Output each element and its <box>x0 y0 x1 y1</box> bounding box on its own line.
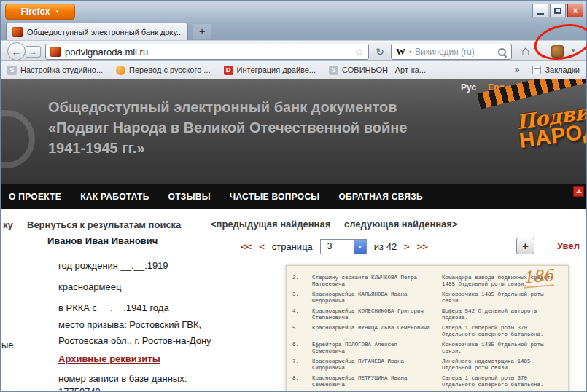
search-placeholder[interactable]: Википедия (ru) <box>415 47 494 57</box>
new-tab-button[interactable]: + <box>193 24 211 39</box>
record-number-value: 17759749 <box>58 386 101 391</box>
minimize-button[interactable] <box>532 4 548 17</box>
search-bar[interactable]: W ▼ Википедия (ru) <box>391 44 512 60</box>
scan-entry-name: Ефрейтора ПОЛОГОВА Алексея Семеновича <box>312 342 433 355</box>
scan-entry-duty: Сапера 1 саперной роты 370 Отдельного са… <box>442 325 561 338</box>
reload-button[interactable]: ↻ <box>372 44 388 59</box>
site-title-line2: «Подвиг Народа в Великой Отечественной в… <box>48 117 407 138</box>
person-name: Иванов Иван Иванович <box>47 235 158 246</box>
back-button[interactable]: ← <box>7 42 26 60</box>
chevron-down-icon: ▼ <box>357 244 362 249</box>
bookmark-item[interactable]: S Настройка студийно... <box>7 66 103 75</box>
bookmark-item[interactable]: D Интеграция драйве... <box>224 66 316 75</box>
close-button[interactable]: × <box>567 4 583 17</box>
search-icon[interactable] <box>497 47 507 57</box>
back-to-results-link[interactable]: Вернуться к результатам поиска <box>27 219 181 230</box>
bookmark-label: СОВИНЬОН - Арт-ка... <box>342 66 426 74</box>
person-rank: красноармеец <box>58 281 121 292</box>
browser-window: Firefox ▼ × Общедоступный электронный ба… <box>0 0 587 392</box>
site-nav: О ПРОЕКТЕ КАК РАБОТАТЬ ОТЗЫВЫ ЧАСТЫЕ ВОП… <box>1 184 586 209</box>
select-dropdown-button[interactable]: ▼ <box>354 240 366 254</box>
scroll-up-button[interactable] <box>573 186 584 197</box>
nav-item-faq[interactable]: ЧАСТЫЕ ВОПРОСЫ <box>230 192 320 202</box>
home-button[interactable]: ⌂ <box>518 43 534 59</box>
person-service: в РККА с __.__.1941 года <box>58 302 169 313</box>
prev-page-button[interactable]: < <box>259 241 265 252</box>
scan-entry-duty: Шофера 542 Отдельной автороты подвоза. <box>442 308 561 321</box>
person-draft-line2: Ростовская обл., г. Ростов-на-Дону <box>58 335 211 346</box>
nav-item-how-to-work[interactable]: КАК РАБОТАТЬ <box>80 192 149 202</box>
bookmark-favicon-icon <box>116 66 125 75</box>
site-title-line3: 1941-1945 гг.» <box>48 138 407 158</box>
url-bar[interactable]: podvignaroda.mil.ru ☆ <box>45 44 369 60</box>
bookmark-star-icon[interactable]: ☆ <box>354 47 364 57</box>
nav-item-about[interactable]: О ПРОЕКТЕ <box>9 192 61 202</box>
scan-entry-duty: Линейного надсмотрщика 1485 Отдельной ро… <box>442 358 561 372</box>
url-text[interactable]: podvignaroda.mil.ru <box>65 47 350 58</box>
record-number-label: номер записи в базе данных: <box>58 373 187 384</box>
next-found-link[interactable]: следующая найденная> <box>344 219 458 230</box>
scan-entry-name: Красноармейца ПУГАЧЕВА Ивана Сидоровича <box>312 358 433 372</box>
document-scan: 186 2. Старшину сержанта КЛЫЧКОВА Петра … <box>286 265 569 391</box>
pagination: << < страница 3 ▼ из 42 > >> <box>241 238 428 254</box>
bookmark-item[interactable]: Перевод с русского ... <box>116 66 210 75</box>
scan-entry-name: Красноармейца КАЛЬЯНОВА Ивана Федоровича <box>312 291 433 305</box>
scan-row: 8. Красноармейца ПЕТРУШИНА Ивана Семенов… <box>292 375 561 388</box>
forward-button[interactable]: → <box>26 46 41 58</box>
search-engine-icon[interactable]: W <box>396 46 405 58</box>
next-page-button[interactable]: > <box>404 241 410 252</box>
scan-entry-number: 8. <box>292 375 303 388</box>
firefox-menu-label: Firefox <box>21 7 50 17</box>
bookmark-label: Настройка студийно... <box>20 66 103 74</box>
person-draft-line1: место призыва: Ростовский ГВК, <box>58 319 201 330</box>
bookmark-favicon-icon: S <box>7 66 17 75</box>
last-page-button[interactable]: >> <box>417 241 428 252</box>
page-word: страница <box>272 241 313 252</box>
titlebar: Firefox ▼ × <box>1 1 586 22</box>
close-icon: × <box>572 6 578 16</box>
scan-entry-number: 7. <box>292 358 303 372</box>
scan-row: 6. Ефрейтора ПОЛОГОВА Алексея Семеновича… <box>292 342 561 355</box>
search-engine-caret-icon[interactable]: ▼ <box>408 50 412 54</box>
restore-button[interactable] <box>550 4 566 17</box>
addon-icon[interactable] <box>551 45 564 58</box>
bookmarks-menu-button[interactable]: Закладки <box>532 66 580 74</box>
urlbar-favicon-icon <box>50 47 61 57</box>
scan-entry-name: Красноармейца ПЕТРУШИНА Ивана Семеновича <box>312 375 433 388</box>
scan-row: 2. Старшину сержанта КЛЫЧКОВА Петра Матв… <box>292 275 561 288</box>
person-birth: год рождения __.__.1919 <box>58 260 168 271</box>
scan-page-number: 186 <box>522 266 554 289</box>
firefox-menu-button[interactable]: Firefox ▼ <box>5 4 75 20</box>
nav-item-feedback[interactable]: ОБРАТНАЯ СВЯЗЬ <box>338 192 423 202</box>
prev-found-link[interactable]: <предыдущая найденная <box>211 219 330 230</box>
window-controls: × <box>532 4 583 17</box>
scan-entry-duty: Коновозчика 1485 Отдельной роты связи. <box>442 291 561 305</box>
page-total: из 42 <box>374 241 397 252</box>
bookmarks-overflow-button[interactable]: » <box>515 65 520 75</box>
scan-row: 4. Красноармейца КОЛЕСНИКОВА Григория Ст… <box>292 308 561 321</box>
active-tab[interactable]: Общедоступный электронный банк доку... <box>6 23 188 40</box>
scan-entry-duty: Сапера 1 саперной роты 370 Отдельного са… <box>442 375 561 388</box>
lang-ru-link[interactable]: Рус <box>461 82 476 93</box>
first-page-button[interactable]: << <box>241 241 252 252</box>
navigation-toolbar: ← → podvignaroda.mil.ru ☆ ↻ W ▼ Википеди… <box>1 40 586 61</box>
toolbar-overflow-caret-icon[interactable]: ▾ <box>572 47 575 54</box>
page-select[interactable]: 3 ▼ <box>320 239 367 254</box>
tab-title: Общедоступный электронный банк доку... <box>27 28 182 36</box>
clipped-left-link[interactable]: ку <box>3 219 13 230</box>
bookmark-item[interactable]: S СОВИНЬОН - Арт-ка... <box>329 66 426 75</box>
scan-row: 7. Красноармейца ПУГАЧЕВА Ивана Сидорови… <box>292 358 561 372</box>
archive-details-link[interactable]: Архивные реквизиты <box>58 353 160 364</box>
clipped-left-text: ые <box>1 340 14 350</box>
scan-entry-name: Старшину сержанта КЛЫЧКОВА Петра Матвеев… <box>312 275 433 288</box>
zoom-in-button[interactable]: + <box>516 238 534 254</box>
site-favicon-icon <box>12 27 23 37</box>
minimize-icon <box>537 13 544 15</box>
site-title: Общедоступный электронный банк документо… <box>48 97 407 158</box>
scan-row: 3. Красноармейца КАЛЬЯНОВА Ивана Федоров… <box>292 291 561 305</box>
enlarge-link[interactable]: Увел <box>557 240 580 251</box>
nav-item-reviews[interactable]: ОТЗЫВЫ <box>168 192 211 202</box>
bookmarks-bar: S Настройка студийно... Перевод с русско… <box>1 61 586 79</box>
scan-entry-number: 5. <box>292 325 303 338</box>
scan-entry-number: 2. <box>292 275 303 288</box>
